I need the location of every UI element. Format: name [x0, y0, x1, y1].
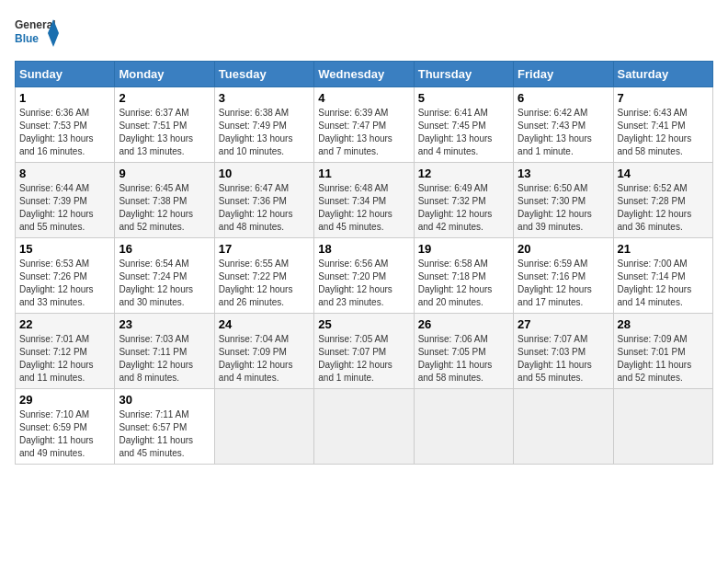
calendar-cell: 26Sunrise: 7:06 AM Sunset: 7:05 PM Dayli…	[414, 314, 513, 389]
logo: General Blue	[15, 15, 59, 52]
day-info: Sunrise: 6:43 AM Sunset: 7:41 PM Dayligh…	[618, 107, 709, 158]
week-row-2: 8Sunrise: 6:44 AM Sunset: 7:39 PM Daylig…	[16, 163, 713, 238]
day-number: 13	[518, 167, 609, 180]
day-number: 9	[119, 167, 210, 180]
day-info: Sunrise: 6:45 AM Sunset: 7:38 PM Dayligh…	[119, 182, 210, 234]
week-row-5: 29Sunrise: 7:10 AM Sunset: 6:59 PM Dayli…	[16, 389, 713, 465]
weekday-header-monday: Monday	[115, 62, 214, 87]
day-number: 23	[119, 317, 210, 331]
day-number: 22	[19, 317, 110, 331]
calendar-cell: 5Sunrise: 6:41 AM Sunset: 7:45 PM Daylig…	[414, 87, 513, 163]
calendar-cell: 19Sunrise: 6:58 AM Sunset: 7:18 PM Dayli…	[414, 238, 513, 314]
calendar-cell: 9Sunrise: 6:45 AM Sunset: 7:38 PM Daylig…	[115, 163, 214, 238]
calendar-cell: 4Sunrise: 6:39 AM Sunset: 7:47 PM Daylig…	[314, 87, 414, 163]
day-number: 5	[418, 91, 509, 105]
weekday-header-row: SundayMondayTuesdayWednesdayThursdayFrid…	[16, 62, 713, 87]
calendar-cell: 3Sunrise: 6:38 AM Sunset: 7:49 PM Daylig…	[214, 87, 313, 163]
day-info: Sunrise: 7:05 AM Sunset: 7:07 PM Dayligh…	[318, 333, 409, 385]
day-info: Sunrise: 6:59 AM Sunset: 7:16 PM Dayligh…	[518, 258, 609, 309]
calendar-cell: 17Sunrise: 6:55 AM Sunset: 7:22 PM Dayli…	[214, 238, 313, 314]
calendar-cell	[514, 389, 613, 465]
calendar-cell: 18Sunrise: 6:56 AM Sunset: 7:20 PM Dayli…	[314, 238, 414, 314]
day-number: 10	[219, 167, 310, 180]
calendar-cell: 12Sunrise: 6:49 AM Sunset: 7:32 PM Dayli…	[414, 163, 513, 238]
day-info: Sunrise: 7:03 AM Sunset: 7:11 PM Dayligh…	[119, 333, 210, 385]
day-number: 11	[318, 167, 409, 180]
calendar-cell: 22Sunrise: 7:01 AM Sunset: 7:12 PM Dayli…	[16, 314, 115, 389]
day-info: Sunrise: 6:55 AM Sunset: 7:22 PM Dayligh…	[219, 258, 310, 309]
day-number: 15	[19, 242, 110, 256]
day-number: 17	[219, 242, 310, 256]
calendar-cell	[314, 389, 414, 465]
calendar-cell: 20Sunrise: 6:59 AM Sunset: 7:16 PM Dayli…	[514, 238, 613, 314]
day-number: 14	[618, 167, 709, 180]
weekday-header-friday: Friday	[514, 62, 613, 87]
calendar-cell: 2Sunrise: 6:37 AM Sunset: 7:51 PM Daylig…	[115, 87, 214, 163]
day-info: Sunrise: 6:50 AM Sunset: 7:30 PM Dayligh…	[518, 182, 609, 234]
calendar-cell	[214, 389, 313, 465]
day-info: Sunrise: 6:53 AM Sunset: 7:26 PM Dayligh…	[19, 258, 110, 309]
logo-svg: General Blue	[15, 15, 59, 52]
day-info: Sunrise: 6:41 AM Sunset: 7:45 PM Dayligh…	[418, 107, 509, 158]
day-number: 7	[618, 91, 709, 105]
calendar-cell: 23Sunrise: 7:03 AM Sunset: 7:11 PM Dayli…	[115, 314, 214, 389]
calendar-table: SundayMondayTuesdayWednesdayThursdayFrid…	[15, 61, 713, 465]
day-number: 19	[418, 242, 509, 256]
day-number: 21	[618, 242, 709, 256]
day-number: 30	[119, 393, 210, 407]
weekday-header-thursday: Thursday	[414, 62, 513, 87]
day-info: Sunrise: 6:37 AM Sunset: 7:51 PM Dayligh…	[119, 107, 210, 158]
calendar-cell: 16Sunrise: 6:54 AM Sunset: 7:24 PM Dayli…	[115, 238, 214, 314]
day-number: 25	[318, 317, 409, 331]
day-info: Sunrise: 6:47 AM Sunset: 7:36 PM Dayligh…	[219, 182, 310, 234]
calendar-cell: 11Sunrise: 6:48 AM Sunset: 7:34 PM Dayli…	[314, 163, 414, 238]
page-header: General Blue	[15, 15, 713, 52]
weekday-header-saturday: Saturday	[613, 62, 712, 87]
svg-text:Blue: Blue	[15, 32, 39, 45]
calendar-cell: 29Sunrise: 7:10 AM Sunset: 6:59 PM Dayli…	[16, 389, 115, 465]
day-number: 1	[19, 91, 110, 105]
day-info: Sunrise: 6:56 AM Sunset: 7:20 PM Dayligh…	[318, 258, 409, 309]
calendar-cell: 24Sunrise: 7:04 AM Sunset: 7:09 PM Dayli…	[214, 314, 313, 389]
day-info: Sunrise: 7:00 AM Sunset: 7:14 PM Dayligh…	[618, 258, 709, 309]
day-info: Sunrise: 6:36 AM Sunset: 7:53 PM Dayligh…	[19, 107, 110, 158]
day-number: 8	[19, 167, 110, 180]
day-number: 20	[518, 242, 609, 256]
day-info: Sunrise: 7:09 AM Sunset: 7:01 PM Dayligh…	[618, 333, 709, 385]
day-info: Sunrise: 6:58 AM Sunset: 7:18 PM Dayligh…	[418, 258, 509, 309]
weekday-header-wednesday: Wednesday	[314, 62, 414, 87]
calendar-cell: 28Sunrise: 7:09 AM Sunset: 7:01 PM Dayli…	[613, 314, 712, 389]
day-info: Sunrise: 6:38 AM Sunset: 7:49 PM Dayligh…	[219, 107, 310, 158]
day-number: 27	[518, 317, 609, 331]
day-info: Sunrise: 6:52 AM Sunset: 7:28 PM Dayligh…	[618, 182, 709, 234]
day-number: 29	[19, 393, 110, 407]
calendar-cell: 27Sunrise: 7:07 AM Sunset: 7:03 PM Dayli…	[514, 314, 613, 389]
calendar-cell: 25Sunrise: 7:05 AM Sunset: 7:07 PM Dayli…	[314, 314, 414, 389]
week-row-4: 22Sunrise: 7:01 AM Sunset: 7:12 PM Dayli…	[16, 314, 713, 389]
calendar-cell: 8Sunrise: 6:44 AM Sunset: 7:39 PM Daylig…	[16, 163, 115, 238]
day-number: 24	[219, 317, 310, 331]
calendar-cell	[613, 389, 712, 465]
calendar-cell: 13Sunrise: 6:50 AM Sunset: 7:30 PM Dayli…	[514, 163, 613, 238]
day-info: Sunrise: 7:10 AM Sunset: 6:59 PM Dayligh…	[19, 408, 110, 460]
day-number: 6	[518, 91, 609, 105]
day-number: 12	[418, 167, 509, 180]
calendar-cell: 14Sunrise: 6:52 AM Sunset: 7:28 PM Dayli…	[613, 163, 712, 238]
calendar-cell: 7Sunrise: 6:43 AM Sunset: 7:41 PM Daylig…	[613, 87, 712, 163]
day-info: Sunrise: 7:01 AM Sunset: 7:12 PM Dayligh…	[19, 333, 110, 385]
calendar-cell	[414, 389, 513, 465]
week-row-1: 1Sunrise: 6:36 AM Sunset: 7:53 PM Daylig…	[16, 87, 713, 163]
calendar-cell: 1Sunrise: 6:36 AM Sunset: 7:53 PM Daylig…	[16, 87, 115, 163]
day-info: Sunrise: 6:49 AM Sunset: 7:32 PM Dayligh…	[418, 182, 509, 234]
weekday-header-tuesday: Tuesday	[214, 62, 313, 87]
calendar-cell: 10Sunrise: 6:47 AM Sunset: 7:36 PM Dayli…	[214, 163, 313, 238]
weekday-header-sunday: Sunday	[16, 62, 115, 87]
day-number: 2	[119, 91, 210, 105]
day-info: Sunrise: 6:44 AM Sunset: 7:39 PM Dayligh…	[19, 182, 110, 234]
day-number: 16	[119, 242, 210, 256]
day-number: 28	[618, 317, 709, 331]
calendar-cell: 21Sunrise: 7:00 AM Sunset: 7:14 PM Dayli…	[613, 238, 712, 314]
day-number: 26	[418, 317, 509, 331]
day-info: Sunrise: 7:04 AM Sunset: 7:09 PM Dayligh…	[219, 333, 310, 385]
day-info: Sunrise: 6:54 AM Sunset: 7:24 PM Dayligh…	[119, 258, 210, 309]
